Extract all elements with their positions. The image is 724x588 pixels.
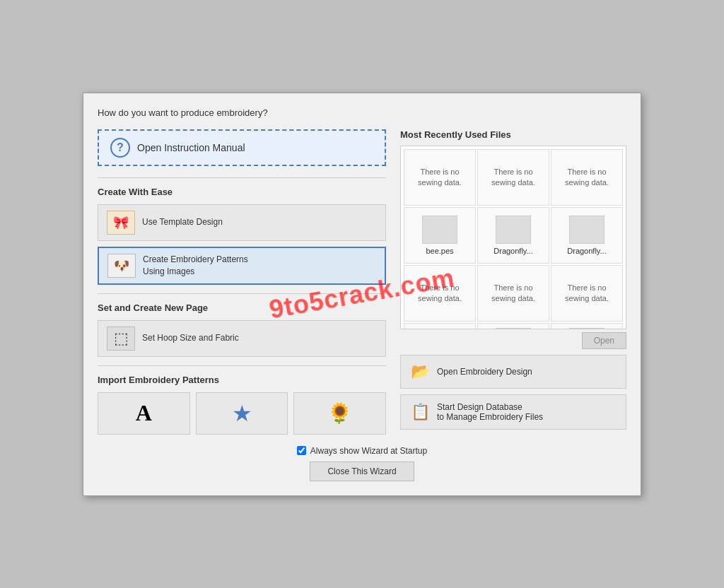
instruction-label: Open Instruction Manual	[137, 142, 245, 153]
file-thumbnail	[569, 328, 605, 329]
patterns-label: Create Embroidery PatternsUsing Images	[143, 254, 248, 278]
close-wizard-button[interactable]: Close This Wizard	[310, 461, 414, 481]
no-sewing-text: There is no sewing data.	[482, 283, 544, 303]
import-star-button[interactable]: ★	[196, 392, 288, 435]
divider-2	[98, 293, 386, 294]
open-embroidery-label: Open Embroidery Design	[437, 367, 532, 377]
star-icon: ★	[232, 400, 252, 427]
hoop-label: Set Hoop Size and Fabric	[142, 332, 239, 344]
file-item[interactable]: There is no sewing data.	[551, 149, 623, 206]
template-icon: 🎀	[107, 211, 135, 235]
right-panel-title: Most Recently Used Files	[400, 129, 626, 140]
file-name: bee.pes	[426, 247, 453, 255]
file-thumbnail	[422, 216, 457, 244]
divider-1	[98, 177, 386, 178]
no-sewing-text: There is no sewing data.	[409, 283, 471, 303]
template-label: Use Template Design	[142, 216, 223, 228]
startup-checkbox-label: Always show Wizard at Startup	[310, 446, 427, 456]
file-item[interactable]: There is no sewing data.	[477, 265, 549, 322]
footer: Always show Wizard at Startup Close This…	[98, 446, 626, 481]
create-patterns-button[interactable]: 🐶 Create Embroidery PatternsUsing Images	[98, 247, 386, 285]
open-btn-row: Open	[400, 332, 626, 349]
files-grid: There is no sewing data. There is no sew…	[404, 149, 623, 329]
import-buttons: A ★ 🌻	[98, 392, 386, 435]
file-thumbnail	[496, 328, 531, 329]
file-item[interactable]: Grasshop... edit - 2inch...	[551, 323, 623, 329]
file-item[interactable]: There is no sewing data.	[404, 149, 476, 206]
hoop-size-button[interactable]: ⬚ Set Hoop Size and Fabric	[98, 320, 386, 357]
main-dialog: How do you want to produce embroidery? ?…	[83, 93, 641, 496]
import-flower-button[interactable]: 🌻	[293, 392, 386, 435]
no-sewing-text: There is no sewing data.	[409, 167, 471, 187]
files-grid-container[interactable]: There is no sewing data. There is no sew…	[400, 146, 626, 329]
open-embroidery-button[interactable]: 📂 Open Embroidery Design	[400, 355, 626, 389]
file-thumbnail	[569, 216, 605, 244]
new-page-title: Set and Create New Page	[98, 302, 386, 313]
file-item[interactable]: bee.pes	[404, 207, 476, 264]
pet-icon: 🐶	[107, 254, 136, 278]
flower-icon: 🌻	[327, 401, 352, 425]
file-item[interactable]: There is no sewing data.	[477, 149, 549, 206]
no-sewing-text: There is no sewing data.	[482, 167, 544, 187]
import-text-button[interactable]: A	[98, 392, 190, 435]
file-thumbnail	[496, 216, 531, 244]
open-button[interactable]: Open	[582, 332, 626, 349]
import-title: Import Embroidery Patterns	[98, 375, 386, 385]
no-sewing-text: There is no sewing data.	[556, 283, 618, 303]
dialog-title: How do you want to produce embroidery?	[98, 107, 626, 118]
startup-checkbox-row: Always show Wizard at Startup	[297, 446, 427, 456]
left-panel: ? Open Instruction Manual Create With Ea…	[98, 129, 386, 435]
question-icon: ?	[110, 138, 130, 158]
folder-open-icon: 📂	[411, 363, 430, 381]
divider-3	[98, 365, 386, 366]
template-design-button[interactable]: 🎀 Use Template Design	[98, 204, 386, 241]
no-sewing-text: There is no sewing data.	[556, 167, 618, 187]
design-database-button[interactable]: 📋 Start Design Databaseto Manage Embroid…	[400, 394, 626, 430]
import-section: Import Embroidery Patterns A ★ 🌻	[98, 375, 386, 435]
hoop-icon: ⬚	[107, 327, 135, 351]
file-item[interactable]: There is no sewing data.	[551, 265, 623, 322]
file-item[interactable]: There is no sewing data.	[404, 265, 476, 322]
right-panel: Most Recently Used Files There is no sew…	[400, 129, 626, 435]
instruction-button[interactable]: ? Open Instruction Manual	[98, 129, 386, 166]
startup-checkbox[interactable]	[297, 446, 306, 455]
file-name: Dragonfly...	[494, 247, 532, 255]
file-name: Dragonfly...	[567, 247, 606, 255]
create-ease-title: Create With Ease	[98, 187, 386, 197]
file-item[interactable]: Dragonfly...	[551, 207, 623, 264]
database-icon: 📋	[411, 403, 430, 421]
file-item[interactable]: Dragonfly...	[477, 207, 549, 264]
file-item[interactable]: cuddle bug.pes	[404, 323, 476, 329]
file-item[interactable]: snail edit 2 inc.pes	[477, 323, 549, 329]
dialog-content: ? Open Instruction Manual Create With Ea…	[98, 129, 626, 435]
design-database-label: Start Design Databaseto Manage Embroider…	[437, 402, 543, 422]
text-icon: A	[136, 400, 152, 426]
